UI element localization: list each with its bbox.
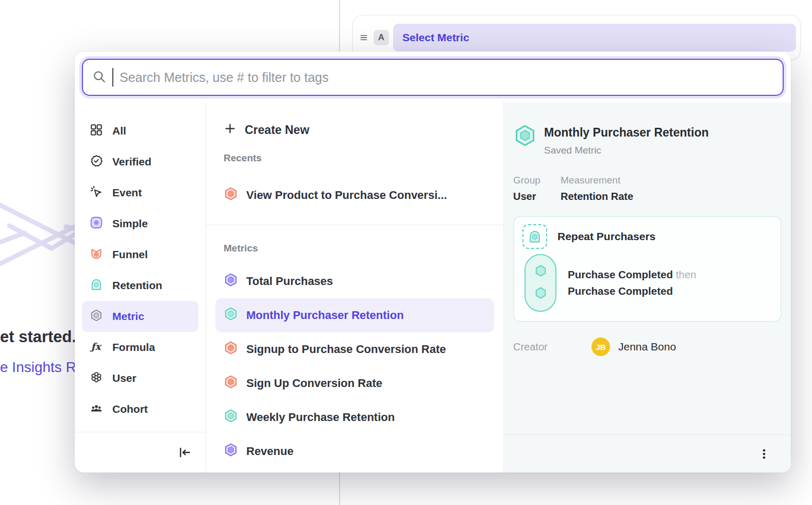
sidebar-item-event[interactable]: Event [82, 177, 198, 208]
picker-body: All Verified Event Simple [75, 102, 791, 473]
metric-item-signup-to-purchase-conversion-rate[interactable]: Signup to Purchase Conversion Rate [215, 332, 494, 366]
funnel-metric-icon [224, 375, 238, 392]
metric-item-label: Total Purchases [246, 275, 333, 288]
metric-item-monthly-purchaser-retention[interactable]: Monthly Purchaser Retention [215, 298, 494, 332]
kebab-menu-icon[interactable] [758, 448, 770, 460]
sidebar-item-all[interactable]: All [82, 115, 198, 146]
block-letter-badge: A [374, 30, 389, 45]
measurement-value: Retention Rate [561, 191, 633, 203]
event-sequence-pill [525, 254, 556, 312]
grid-icon [90, 123, 103, 139]
retention-step-1-event: Purchase Completed [568, 268, 673, 280]
select-metric-label: Select Metric [402, 31, 469, 44]
drag-handle-icon[interactable] [356, 30, 371, 45]
metric-detail-panel: Monthly Purchaser Retention Saved Metric… [504, 102, 791, 473]
formula-icon: ƒx [90, 340, 103, 356]
sidebar-item-label: Event [112, 187, 142, 199]
sidebar-item-label: Funnel [112, 248, 148, 261]
select-metric-button[interactable]: Select Metric [393, 24, 796, 52]
background-insights-link-fragment[interactable]: e Insights Re [0, 359, 84, 376]
metrics-section-label: Metrics [215, 243, 494, 255]
metric-item-revenue[interactable]: Revenue [215, 434, 494, 468]
group-label: Group [513, 175, 561, 186]
funnel-metric-icon [224, 187, 238, 204]
group-value: User [513, 191, 561, 203]
sidebar-item-label: Formula [112, 341, 155, 354]
sidebar-item-label: Verified [112, 156, 151, 168]
user-cluster-icon [90, 371, 103, 386]
sidebar-item-cohort[interactable]: Cohort [82, 394, 198, 425]
retention-metric-icon [224, 307, 238, 324]
background-headline-fragment: et started. [0, 328, 76, 346]
screen: et started. e Insights Re A Select Metri… [0, 0, 812, 505]
metric-item-sign-up-conversion-rate[interactable]: Sign Up Conversion Rate [215, 366, 494, 400]
metric-item-label: Weekly Purchase Retention [246, 411, 395, 424]
creator-name: Jenna Bono [618, 341, 676, 353]
detail-metric-title: Monthly Purchaser Retention [544, 126, 708, 140]
event-cursor-icon [90, 185, 103, 201]
sidebar-item-user[interactable]: User [82, 363, 198, 394]
creator-label: Creator [513, 341, 591, 353]
sidebar-item-label: Retention [112, 279, 162, 292]
recents-section-label: Recents [215, 153, 494, 165]
list-section-divider [206, 225, 503, 225]
retention-then-label: then [676, 268, 697, 280]
text-caret [112, 68, 113, 87]
detail-footer [504, 434, 791, 473]
cohort-people-icon [90, 401, 103, 417]
plus-icon [224, 122, 236, 138]
sidebar-item-label: All [112, 125, 126, 137]
metric-item-weekly-purchase-retention[interactable]: Weekly Purchase Retention [215, 400, 494, 434]
simple-metric-icon [224, 443, 238, 460]
retention-metric-icon [90, 278, 103, 294]
measurement-label: Measurement [561, 175, 633, 186]
retention-definition-title: Repeat Purchasers [557, 230, 655, 243]
search-field[interactable] [82, 59, 784, 96]
sidebar-item-metric[interactable]: Metric [82, 301, 198, 332]
metric-item-label: Signup to Purchase Conversion Rate [246, 343, 446, 356]
metric-item-label: Sign Up Conversion Rate [246, 377, 382, 390]
metric-item-total-purchases[interactable]: Total Purchases [215, 264, 494, 298]
retention-metric-icon [513, 124, 537, 156]
sidebar-item-retention[interactable]: Retention [82, 270, 198, 301]
sidebar-item-label: Cohort [112, 403, 148, 415]
retention-cohort-icon [522, 224, 547, 249]
detail-metric-type: Saved Metric [544, 145, 708, 156]
simple-metric-icon [90, 216, 103, 232]
sidebar-item-funnel[interactable]: Funnel [82, 239, 198, 270]
metric-item-label: Monthly Purchaser Retention [246, 309, 404, 322]
retention-step-2: Purchase Completed [568, 285, 697, 297]
funnel-metric-icon [224, 341, 238, 358]
retention-step-1: Purchase Completed then [568, 268, 697, 281]
recent-item-label: View Product to Purchase Conversi... [246, 189, 447, 202]
search-icon [92, 70, 106, 86]
search-input[interactable] [120, 70, 773, 85]
sidebar-item-formula[interactable]: ƒx Formula [82, 332, 198, 363]
verified-badge-icon [90, 154, 103, 170]
simple-metric-icon [224, 273, 238, 290]
create-new-label: Create New [245, 123, 309, 137]
sidebar-item-label: Simple [112, 217, 148, 230]
svg-text:ƒx: ƒx [90, 341, 103, 351]
saved-metric-icon [90, 309, 103, 325]
metric-item-label: Revenue [246, 445, 294, 458]
funnel-metric-icon [90, 247, 103, 263]
retention-definition-card: Repeat Purchasers Purchase Completed the… [513, 216, 782, 322]
event-hexagon-icon [534, 286, 548, 302]
retention-step-2-event: Purchase Completed [568, 285, 673, 297]
sidebar-item-verified[interactable]: Verified [82, 146, 198, 177]
sidebar-footer [75, 432, 206, 473]
sidebar-item-label: User [112, 372, 137, 384]
collapse-sidebar-icon[interactable] [178, 446, 191, 459]
metric-picker-popover: All Verified Event Simple [75, 52, 791, 473]
create-new-button[interactable]: Create New [215, 115, 494, 144]
event-hexagon-icon [534, 264, 548, 280]
sidebar-item-simple[interactable]: Simple [82, 208, 198, 239]
sidebar-item-label: Metric [112, 310, 144, 323]
results-list: Create New Recents View Product to Purch… [206, 102, 504, 473]
recent-item-view-product-to-purchase[interactable]: View Product to Purchase Conversi... [215, 178, 494, 212]
filter-sidebar: All Verified Event Simple [75, 102, 206, 473]
creator-avatar: JB [591, 338, 610, 356]
search-section [75, 52, 791, 102]
retention-metric-icon [224, 409, 238, 426]
